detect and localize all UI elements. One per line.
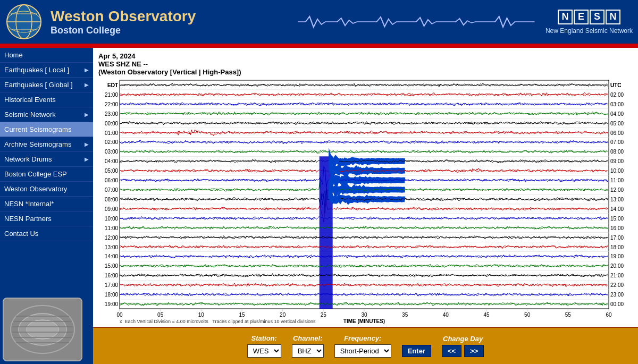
seismo-description: (Weston Observatory [Vertical | High-Pas… bbox=[98, 68, 241, 76]
nesn-e: E bbox=[574, 10, 589, 24]
sidebar-arrow-icon: ▶ bbox=[85, 67, 89, 73]
next-day-button[interactable]: >> bbox=[464, 345, 484, 357]
sidebar-label: Home bbox=[4, 51, 23, 59]
sidebar-item-network-drums[interactable]: Network Drums▶ bbox=[0, 152, 93, 167]
seismogram-canvas bbox=[93, 78, 638, 325]
sidebar-item-nesn-internal[interactable]: NESN *Internal* bbox=[0, 197, 93, 211]
seismogram-container: Apr 5, 2024 WES SHZ NE -- (Weston Observ… bbox=[93, 48, 638, 327]
sidebar-arrow-icon: ▶ bbox=[85, 156, 89, 162]
header-title-area: Weston Observatory Boston College bbox=[51, 8, 287, 36]
frequency-select[interactable]: Short-Period bbox=[334, 344, 391, 358]
nesn-n1: N bbox=[558, 10, 573, 24]
station-label: Station: bbox=[251, 334, 276, 342]
change-day-label: Change Day bbox=[443, 335, 483, 343]
nesn-n2: N bbox=[606, 10, 620, 24]
sidebar-label: Weston Observatory bbox=[4, 185, 67, 193]
page-header: Weston Observatory Boston College N E S … bbox=[0, 0, 638, 45]
nesn-subtitle: New England Seismic Network bbox=[545, 27, 633, 35]
sidebar-label: Seismic Network bbox=[4, 111, 56, 118]
enter-button[interactable]: Enter bbox=[402, 345, 431, 357]
main-layout: HomeEarthquakes [ Local ]▶Earthquakes [ … bbox=[0, 48, 638, 364]
sidebar-label: Current Seismograms bbox=[4, 125, 71, 133]
seismo-date: Apr 5, 2024 bbox=[98, 52, 135, 60]
observatory-name: Weston Observatory bbox=[51, 8, 287, 25]
college-name: Boston College bbox=[51, 25, 287, 36]
nesn-logo: N E S N bbox=[558, 10, 620, 24]
sidebar-label: Contact Us bbox=[4, 230, 38, 238]
sidebar-item-weston-obs[interactable]: Weston Observatory bbox=[0, 182, 93, 197]
sidebar-item-current-seismo[interactable]: Current Seismograms bbox=[0, 122, 93, 137]
sidebar-item-nesn-partners[interactable]: NESN Partners bbox=[0, 211, 93, 226]
sidebar-label: Boston College ESP bbox=[4, 170, 67, 178]
channel-control: Channel: BHZ bbox=[292, 334, 324, 358]
sidebar-item-historical[interactable]: Historical Events bbox=[0, 92, 93, 107]
sidebar-arrow-icon: ▶ bbox=[85, 141, 89, 147]
sidebar-label: Archive Seismograms bbox=[4, 140, 71, 148]
channel-label: Channel: bbox=[293, 334, 323, 342]
station-select[interactable]: WES bbox=[247, 344, 281, 358]
sidebar-item-home[interactable]: Home bbox=[0, 48, 93, 63]
sidebar-arrow-icon: ▶ bbox=[85, 82, 89, 88]
sidebar-item-bc-esp[interactable]: Boston College ESP bbox=[0, 167, 93, 182]
nesn-branding: N E S N New England Seismic Network bbox=[545, 10, 633, 35]
nesn-s: S bbox=[590, 10, 605, 24]
content-area: Apr 5, 2024 WES SHZ NE -- (Weston Observ… bbox=[93, 48, 638, 364]
drum-placeholder bbox=[3, 298, 82, 361]
sidebar-item-archive-seismo[interactable]: Archive Seismograms▶ bbox=[0, 137, 93, 152]
observatory-logo bbox=[5, 3, 43, 40]
sidebar-arrow-icon: ▶ bbox=[85, 112, 89, 117]
drum-image bbox=[0, 295, 93, 364]
sidebar-item-eq-local[interactable]: Earthquakes [ Local ]▶ bbox=[0, 63, 93, 78]
sidebar-label: Historical Events bbox=[4, 96, 56, 104]
seismo-chart bbox=[93, 78, 638, 325]
channel-select[interactable]: BHZ bbox=[292, 344, 324, 358]
sidebar-item-contact-us[interactable]: Contact Us bbox=[0, 226, 93, 241]
svg-point-8 bbox=[27, 320, 58, 339]
change-day-control: Change Day << >> bbox=[442, 335, 484, 357]
sidebar-label: NESN Partners bbox=[4, 215, 52, 223]
station-control: Station: WES bbox=[247, 334, 281, 358]
controls-bar: Station: WES Channel: BHZ Frequency: Sho… bbox=[93, 327, 638, 364]
sidebar-label: Earthquakes [ Local ] bbox=[4, 66, 69, 74]
sidebar-label: Earthquakes [ Global ] bbox=[4, 81, 73, 89]
prev-day-button[interactable]: << bbox=[442, 345, 461, 357]
sidebar-item-seismic-network[interactable]: Seismic Network▶ bbox=[0, 107, 93, 122]
sidebar: HomeEarthquakes [ Local ]▶Earthquakes [ … bbox=[0, 48, 93, 364]
frequency-label: Frequency: bbox=[344, 334, 381, 342]
frequency-control: Frequency: Short-Period bbox=[334, 334, 391, 358]
sidebar-label: Network Drums bbox=[4, 155, 52, 163]
seismo-header: Apr 5, 2024 WES SHZ NE -- (Weston Observ… bbox=[93, 50, 638, 78]
change-day-buttons: << >> bbox=[442, 345, 484, 357]
seismo-station: WES SHZ NE -- bbox=[98, 60, 148, 68]
sidebar-label: NESN *Internal* bbox=[4, 200, 54, 208]
enter-control: - Enter bbox=[402, 335, 431, 357]
sidebar-item-eq-global[interactable]: Earthquakes [ Global ]▶ bbox=[0, 78, 93, 92]
